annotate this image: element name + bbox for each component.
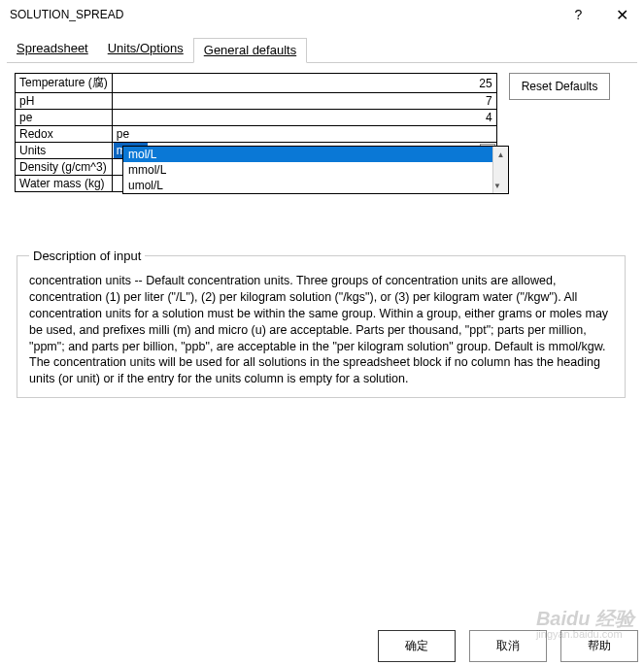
units-dropdown: mol/L mmol/L umol/L ▲ ▼ bbox=[122, 146, 509, 194]
dropdown-item-mmol-l[interactable]: mmol/L bbox=[123, 162, 508, 178]
temperature-label: Temperature (腐) bbox=[16, 74, 113, 93]
ok-button[interactable]: 确定 bbox=[378, 630, 456, 662]
redox-field[interactable]: pe bbox=[112, 126, 496, 143]
row-temperature: Temperature (腐) 25 bbox=[16, 74, 497, 93]
description-fieldset: Description of input concentration units… bbox=[17, 249, 626, 398]
scroll-up-icon[interactable]: ▲ bbox=[493, 147, 508, 162]
row-pe: pe 4 bbox=[16, 110, 497, 126]
reset-defaults-button[interactable]: Reset Defaults bbox=[509, 73, 611, 100]
temperature-field[interactable]: 25 bbox=[112, 74, 496, 93]
row-ph: pH 7 bbox=[16, 93, 497, 110]
water-mass-label: Water mass (kg) bbox=[16, 176, 113, 192]
tab-spreadsheet[interactable]: Spreadsheet bbox=[7, 37, 98, 62]
units-label: Units bbox=[16, 143, 113, 159]
help-icon[interactable]: ? bbox=[557, 0, 600, 29]
dropdown-item-mol-l[interactable]: mol/L bbox=[123, 147, 508, 162]
scroll-down-icon[interactable]: ▼ bbox=[493, 178, 501, 193]
tab-content: Temperature (腐) 25 pH 7 pe 4 Redox pe Un… bbox=[7, 62, 637, 398]
window-title: SOLUTION_SPREAD bbox=[10, 8, 123, 21]
pe-field[interactable]: 4 bbox=[112, 110, 496, 126]
dropdown-scrollbar[interactable]: ▲ ▼ bbox=[492, 147, 508, 193]
dialog-buttons: 确定 取消 帮助 bbox=[378, 630, 638, 662]
cancel-button[interactable]: 取消 bbox=[469, 630, 547, 662]
window-controls: ? ✕ bbox=[557, 0, 644, 29]
redox-label: Redox bbox=[16, 126, 113, 143]
row-redox: Redox pe bbox=[16, 126, 497, 143]
help-button[interactable]: 帮助 bbox=[560, 630, 638, 662]
ph-label: pH bbox=[16, 93, 113, 110]
description-text: concentration units -- Default concentra… bbox=[29, 273, 613, 387]
tab-bar: Spreadsheet Units/Options General defaul… bbox=[7, 37, 637, 62]
tab-general-defaults[interactable]: General defaults bbox=[193, 38, 307, 63]
pe-label: pe bbox=[16, 110, 113, 126]
close-icon[interactable]: ✕ bbox=[600, 0, 644, 29]
description-legend: Description of input bbox=[29, 249, 145, 263]
titlebar: SOLUTION_SPREAD ? ✕ bbox=[0, 0, 644, 29]
dropdown-item-umol-l[interactable]: umol/L bbox=[123, 178, 508, 193]
density-label: Density (g/cm^3) bbox=[16, 159, 113, 176]
tab-units-options[interactable]: Units/Options bbox=[98, 37, 193, 62]
ph-field[interactable]: 7 bbox=[112, 93, 496, 110]
